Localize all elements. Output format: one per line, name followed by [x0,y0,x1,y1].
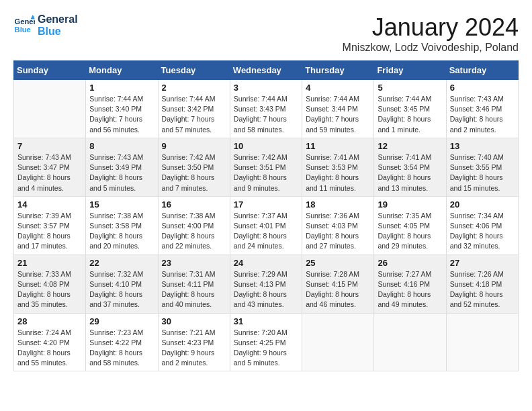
day-number: 15 [89,199,154,210]
day-detail: Sunrise: 7:43 AM Sunset: 3:49 PM Dayligh… [89,152,154,193]
day-detail: Sunrise: 7:31 AM Sunset: 4:11 PM Dayligh… [162,269,226,310]
day-number: 22 [89,258,154,268]
day-detail: Sunrise: 7:20 AM Sunset: 4:25 PM Dayligh… [234,328,298,369]
day-detail: Sunrise: 7:36 AM Sunset: 4:03 PM Dayligh… [306,211,370,252]
day-detail: Sunrise: 7:44 AM Sunset: 3:42 PM Dayligh… [162,94,226,135]
week-row-3: 14Sunrise: 7:39 AM Sunset: 3:57 PM Dayli… [14,196,519,255]
calendar-cell: 1Sunrise: 7:44 AM Sunset: 3:40 PM Daylig… [86,80,158,138]
calendar-cell: 23Sunrise: 7:31 AM Sunset: 4:11 PM Dayli… [158,255,230,313]
day-number: 30 [162,316,226,326]
day-detail: Sunrise: 7:40 AM Sunset: 3:55 PM Dayligh… [450,152,515,193]
day-detail: Sunrise: 7:44 AM Sunset: 3:40 PM Dayligh… [89,94,154,135]
title-block: January 2024 Mniszkow, Lodz Voivodeship,… [343,13,519,54]
week-row-5: 28Sunrise: 7:24 AM Sunset: 4:20 PM Dayli… [14,313,519,371]
calendar-cell: 27Sunrise: 7:26 AM Sunset: 4:18 PM Dayli… [446,255,518,313]
calendar-cell: 15Sunrise: 7:38 AM Sunset: 3:58 PM Dayli… [86,196,158,255]
day-number: 29 [89,316,154,326]
calendar-cell: 9Sunrise: 7:42 AM Sunset: 3:50 PM Daylig… [158,138,230,196]
day-number: 9 [162,141,226,151]
calendar-cell: 4Sunrise: 7:44 AM Sunset: 3:44 PM Daylig… [302,80,374,138]
day-number: 20 [450,199,515,210]
day-number: 13 [450,141,515,151]
day-detail: Sunrise: 7:41 AM Sunset: 3:54 PM Dayligh… [378,152,442,193]
day-number: 26 [378,258,442,268]
day-number: 16 [162,199,226,210]
calendar-cell: 29Sunrise: 7:23 AM Sunset: 4:22 PM Dayli… [86,313,158,371]
calendar-cell: 14Sunrise: 7:39 AM Sunset: 3:57 PM Dayli… [14,196,86,255]
calendar-cell [446,313,518,371]
svg-text:Blue: Blue [15,26,31,34]
calendar-cell: 13Sunrise: 7:40 AM Sunset: 3:55 PM Dayli… [446,138,518,196]
logo-icon: General Blue [13,15,35,36]
day-detail: Sunrise: 7:38 AM Sunset: 3:58 PM Dayligh… [89,211,154,252]
day-number: 3 [234,83,298,93]
day-detail: Sunrise: 7:42 AM Sunset: 3:50 PM Dayligh… [162,152,226,193]
day-detail: Sunrise: 7:35 AM Sunset: 4:05 PM Dayligh… [378,211,442,252]
day-detail: Sunrise: 7:32 AM Sunset: 4:10 PM Dayligh… [89,269,154,310]
calendar-cell: 6Sunrise: 7:43 AM Sunset: 3:46 PM Daylig… [446,80,518,138]
day-number: 27 [450,258,515,268]
day-number: 23 [162,258,226,268]
day-detail: Sunrise: 7:26 AM Sunset: 4:18 PM Dayligh… [450,269,515,310]
calendar-cell: 25Sunrise: 7:28 AM Sunset: 4:15 PM Dayli… [302,255,374,313]
calendar-cell: 11Sunrise: 7:41 AM Sunset: 3:53 PM Dayli… [302,138,374,196]
calendar-cell: 17Sunrise: 7:37 AM Sunset: 4:01 PM Dayli… [230,196,302,255]
day-header-monday: Monday [86,61,158,80]
day-header-saturday: Saturday [446,61,518,80]
day-number: 17 [234,199,298,210]
calendar-cell: 18Sunrise: 7:36 AM Sunset: 4:03 PM Dayli… [302,196,374,255]
calendar-cell: 3Sunrise: 7:44 AM Sunset: 3:43 PM Daylig… [230,80,302,138]
day-detail: Sunrise: 7:44 AM Sunset: 3:44 PM Dayligh… [306,94,370,135]
calendar-cell [302,313,374,371]
day-detail: Sunrise: 7:33 AM Sunset: 4:08 PM Dayligh… [17,269,82,310]
day-number: 24 [234,258,298,268]
day-number: 14 [17,199,82,210]
day-number: 18 [306,199,370,210]
day-number: 2 [162,83,226,93]
calendar-cell: 30Sunrise: 7:21 AM Sunset: 4:23 PM Dayli… [158,313,230,371]
calendar-cell: 19Sunrise: 7:35 AM Sunset: 4:05 PM Dayli… [374,196,446,255]
day-detail: Sunrise: 7:43 AM Sunset: 3:47 PM Dayligh… [17,152,82,193]
day-detail: Sunrise: 7:21 AM Sunset: 4:23 PM Dayligh… [162,328,226,369]
calendar-cell: 31Sunrise: 7:20 AM Sunset: 4:25 PM Dayli… [230,313,302,371]
calendar-cell: 10Sunrise: 7:42 AM Sunset: 3:51 PM Dayli… [230,138,302,196]
calendar-cell: 26Sunrise: 7:27 AM Sunset: 4:16 PM Dayli… [374,255,446,313]
day-header-thursday: Thursday [302,61,374,80]
calendar-cell [374,313,446,371]
logo: General Blue General Blue [13,13,78,38]
svg-marker-2 [31,15,35,19]
day-number: 1 [89,83,154,93]
calendar-cell: 21Sunrise: 7:33 AM Sunset: 4:08 PM Dayli… [14,255,86,313]
day-number: 6 [450,83,515,93]
days-header-row: SundayMondayTuesdayWednesdayThursdayFrid… [14,61,519,80]
calendar-cell: 20Sunrise: 7:34 AM Sunset: 4:06 PM Dayli… [446,196,518,255]
day-number: 31 [234,316,298,326]
month-title: January 2024 [343,13,519,42]
week-row-2: 7Sunrise: 7:43 AM Sunset: 3:47 PM Daylig… [14,138,519,196]
day-number: 28 [17,316,82,326]
calendar-cell: 7Sunrise: 7:43 AM Sunset: 3:47 PM Daylig… [14,138,86,196]
calendar-cell: 16Sunrise: 7:38 AM Sunset: 4:00 PM Dayli… [158,196,230,255]
calendar-table: SundayMondayTuesdayWednesdayThursdayFrid… [13,60,519,371]
day-header-wednesday: Wednesday [230,61,302,80]
day-detail: Sunrise: 7:43 AM Sunset: 3:46 PM Dayligh… [450,94,515,135]
calendar-cell [14,80,86,138]
day-detail: Sunrise: 7:29 AM Sunset: 4:13 PM Dayligh… [234,269,298,310]
calendar-cell: 5Sunrise: 7:44 AM Sunset: 3:45 PM Daylig… [374,80,446,138]
day-detail: Sunrise: 7:23 AM Sunset: 4:22 PM Dayligh… [89,328,154,369]
day-number: 7 [17,141,82,151]
calendar-cell: 22Sunrise: 7:32 AM Sunset: 4:10 PM Dayli… [86,255,158,313]
day-header-friday: Friday [374,61,446,80]
day-header-sunday: Sunday [14,61,86,80]
day-number: 12 [378,141,442,151]
day-detail: Sunrise: 7:27 AM Sunset: 4:16 PM Dayligh… [378,269,442,310]
calendar-cell: 24Sunrise: 7:29 AM Sunset: 4:13 PM Dayli… [230,255,302,313]
day-number: 10 [234,141,298,151]
day-detail: Sunrise: 7:28 AM Sunset: 4:15 PM Dayligh… [306,269,370,310]
day-number: 19 [378,199,442,210]
day-detail: Sunrise: 7:44 AM Sunset: 3:43 PM Dayligh… [234,94,298,135]
day-number: 11 [306,141,370,151]
header: General Blue General Blue January 2024 M… [13,13,519,54]
day-number: 4 [306,83,370,93]
day-header-tuesday: Tuesday [158,61,230,80]
